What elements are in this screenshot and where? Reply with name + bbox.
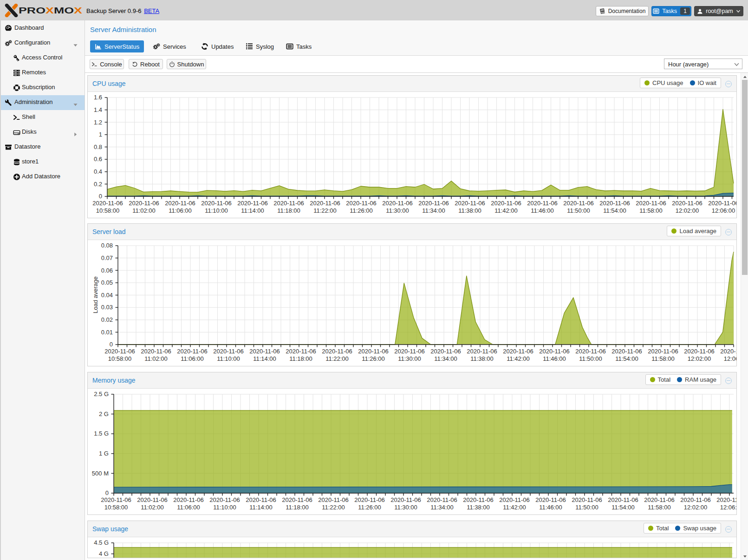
svg-text:11:02:00: 11:02:00 [141, 504, 164, 511]
svg-text:2020-11-06: 2020-11-06 [644, 496, 675, 503]
svg-text:2020-11-06: 2020-11-06 [636, 200, 666, 207]
svg-text:2020-11-06: 2020-11-06 [491, 200, 521, 207]
svg-text:11:10:00: 11:10:00 [205, 207, 228, 214]
svg-text:11:02:00: 11:02:00 [132, 207, 156, 214]
svg-text:11:34:00: 11:34:00 [422, 207, 445, 214]
svg-text:0.2: 0.2 [94, 181, 102, 188]
svg-text:2020-11-06: 2020-11-06 [720, 348, 736, 355]
svg-text:11:30:00: 11:30:00 [394, 504, 417, 511]
svg-text:0.02: 0.02 [101, 316, 113, 323]
svg-text:2020-11-06: 2020-11-06 [382, 200, 413, 207]
svg-text:11:54:00: 11:54:00 [611, 504, 635, 511]
svg-text:1.4: 1.4 [94, 106, 102, 113]
svg-text:PROXMOX: PROXMOX [19, 6, 82, 15]
svg-text:2020-11-06: 2020-11-06 [237, 200, 268, 207]
svg-text:11:34:00: 11:34:00 [434, 355, 457, 362]
svg-text:0: 0 [99, 193, 102, 200]
svg-text:2020-11-06: 2020-11-06 [684, 348, 715, 355]
svg-text:11:58:00: 11:58:00 [648, 504, 671, 511]
svg-text:2020-11-06: 2020-11-06 [394, 348, 425, 355]
svg-text:2020-11-06: 2020-11-06 [273, 200, 304, 207]
svg-text:1.2: 1.2 [94, 119, 102, 126]
svg-text:11:42:00: 11:42:00 [494, 207, 518, 214]
svg-text:11:06:00: 11:06:00 [169, 207, 192, 214]
svg-text:12:06:00: 12:06:00 [724, 355, 736, 362]
svg-text:11:10:00: 11:10:00 [213, 504, 236, 511]
svg-text:2020-11-06: 2020-11-06 [137, 496, 168, 503]
svg-text:11:34:00: 11:34:00 [430, 504, 454, 511]
svg-text:0.03: 0.03 [101, 304, 113, 311]
svg-text:2020-11-06: 2020-11-06 [213, 348, 244, 355]
svg-text:2020-11-06: 2020-11-06 [209, 496, 240, 503]
svg-text:0.04: 0.04 [101, 292, 113, 299]
svg-text:11:54:00: 11:54:00 [615, 355, 638, 362]
svg-text:2020-11-06: 2020-11-06 [680, 496, 711, 503]
svg-text:10:58:00: 10:58:00 [104, 504, 128, 511]
svg-text:1: 1 [99, 131, 102, 138]
svg-text:0.4: 0.4 [94, 168, 102, 175]
svg-text:2020-11-06: 2020-11-06 [177, 348, 208, 355]
svg-text:2020-11-06: 2020-11-06 [427, 496, 457, 503]
svg-text:2020-11-06: 2020-11-06 [418, 200, 449, 207]
svg-text:11:38:00: 11:38:00 [470, 355, 494, 362]
svg-text:2020-11-06: 2020-11-06 [716, 496, 736, 503]
svg-text:11:38:00: 11:38:00 [458, 207, 481, 214]
svg-text:12:02:00: 12:02:00 [688, 355, 711, 362]
svg-text:2020-11-06: 2020-11-06 [246, 496, 276, 503]
svg-text:0.01: 0.01 [101, 329, 113, 336]
svg-text:12:02:00: 12:02:00 [676, 207, 699, 214]
svg-text:4 G: 4 G [99, 550, 109, 557]
svg-text:11:30:00: 11:30:00 [398, 355, 421, 362]
svg-text:2020-11-06: 2020-11-06 [322, 348, 352, 355]
svg-text:12:02:00: 12:02:00 [684, 504, 708, 511]
svg-text:10:58:00: 10:58:00 [96, 207, 120, 214]
svg-text:2020-11-06: 2020-11-06 [499, 496, 530, 503]
svg-text:2020-11-06: 2020-11-06 [141, 348, 171, 355]
svg-text:11:58:00: 11:58:00 [651, 355, 675, 362]
svg-text:1.5 G: 1.5 G [94, 430, 109, 437]
svg-text:11:18:00: 11:18:00 [277, 207, 300, 214]
svg-text:12:06:00: 12:06:00 [720, 504, 736, 511]
svg-text:11:50:00: 11:50:00 [567, 207, 590, 214]
svg-text:0.08: 0.08 [101, 242, 113, 249]
svg-text:2020-11-06: 2020-11-06 [430, 348, 461, 355]
svg-text:11:26:00: 11:26:00 [362, 355, 385, 362]
svg-text:4.5 G: 4.5 G [94, 539, 109, 546]
svg-text:11:18:00: 11:18:00 [286, 504, 309, 511]
svg-text:2020-11-06: 2020-11-06 [310, 200, 340, 207]
svg-text:2020-11-06: 2020-11-06 [358, 348, 389, 355]
svg-text:11:42:00: 11:42:00 [503, 504, 526, 511]
svg-text:2020-11-06: 2020-11-06 [575, 348, 606, 355]
svg-text:0: 0 [110, 341, 113, 348]
svg-text:2020-11-06: 2020-11-06 [455, 200, 485, 207]
svg-text:11:14:00: 11:14:00 [249, 504, 273, 511]
svg-text:11:26:00: 11:26:00 [350, 207, 373, 214]
svg-text:0.06: 0.06 [101, 267, 113, 274]
svg-text:1 G: 1 G [99, 450, 109, 457]
svg-text:2020-11-06: 2020-11-06 [672, 200, 702, 207]
svg-text:11:06:00: 11:06:00 [177, 504, 200, 511]
svg-text:0.8: 0.8 [94, 143, 102, 150]
svg-text:2020-11-06: 2020-11-06 [572, 496, 602, 503]
svg-text:Load average: Load average [92, 276, 99, 313]
svg-text:11:22:00: 11:22:00 [313, 207, 337, 214]
svg-text:2.5 G: 2.5 G [94, 391, 109, 397]
svg-text:2020-11-06: 2020-11-06 [318, 496, 349, 503]
svg-text:11:22:00: 11:22:00 [325, 355, 349, 362]
svg-text:2020-11-06: 2020-11-06 [101, 496, 131, 503]
svg-text:11:54:00: 11:54:00 [603, 207, 626, 214]
svg-text:11:14:00: 11:14:00 [241, 207, 264, 214]
svg-text:2020-11-06: 2020-11-06 [503, 348, 533, 355]
svg-text:2020-11-06: 2020-11-06 [463, 496, 494, 503]
svg-text:0.05: 0.05 [101, 279, 113, 286]
svg-text:2020-11-06: 2020-11-06 [173, 496, 204, 503]
svg-text:2020-11-06: 2020-11-06 [104, 348, 135, 355]
svg-text:2020-11-06: 2020-11-06 [563, 200, 594, 207]
svg-text:11:46:00: 11:46:00 [543, 355, 566, 362]
svg-text:2 G: 2 G [99, 410, 109, 417]
svg-text:2020-11-06: 2020-11-06 [608, 496, 638, 503]
svg-text:11:46:00: 11:46:00 [531, 207, 554, 214]
svg-text:10:58:00: 10:58:00 [108, 355, 132, 362]
svg-text:2020-11-06: 2020-11-06 [129, 200, 159, 207]
svg-text:0.07: 0.07 [101, 254, 113, 261]
